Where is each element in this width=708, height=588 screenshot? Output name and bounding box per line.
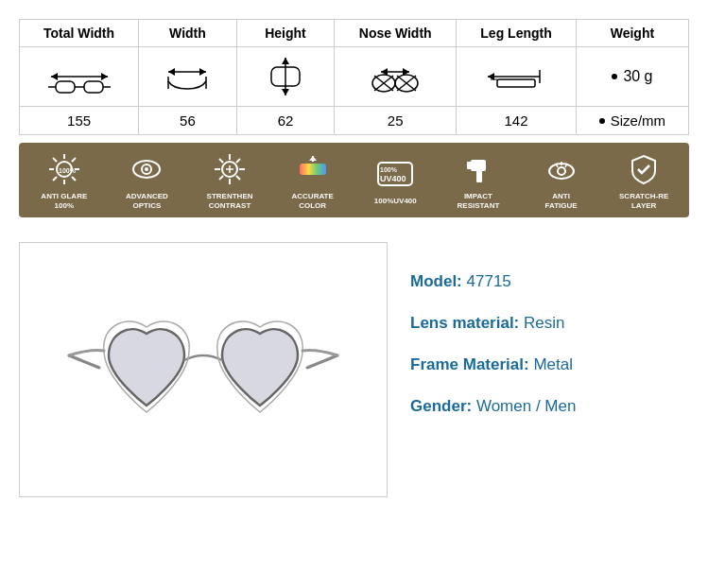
eye-icon <box>128 150 165 188</box>
eye2-icon <box>543 150 580 188</box>
col-header-width: Width <box>139 20 237 47</box>
svg-line-36 <box>53 158 57 162</box>
total-width-value: 155 <box>20 107 139 135</box>
svg-rect-3 <box>56 81 75 93</box>
features-banner: 100% ANTI GLARE100% ADVANCEDOPTICS <box>19 143 689 217</box>
svg-rect-61 <box>476 169 482 182</box>
width-value: 56 <box>139 107 237 135</box>
svg-marker-10 <box>199 68 206 76</box>
svg-rect-63 <box>467 162 475 169</box>
svg-text:100%: 100% <box>380 166 398 173</box>
frame-label: Frame Material: <box>410 355 529 373</box>
svg-line-51 <box>236 159 240 163</box>
svg-line-52 <box>219 176 223 180</box>
svg-rect-4 <box>84 81 103 93</box>
gender-line: Gender: Women / Men <box>410 395 689 418</box>
svg-line-50 <box>236 176 240 180</box>
svg-marker-1 <box>51 73 58 80</box>
feature-accurate-color-label: ACCURATECOLOR <box>292 192 334 210</box>
lens-line: Lens material: Resin <box>410 312 689 335</box>
svg-marker-14 <box>282 58 289 64</box>
leg-length-value: 142 <box>457 107 577 135</box>
col-header-nose-width: Nose Width <box>335 20 457 47</box>
svg-rect-55 <box>300 164 326 175</box>
model-value: 47715 <box>467 272 511 290</box>
frame-value: Metal <box>533 355 573 373</box>
feature-impact-resistant: IMPACTRESISTANT <box>440 150 516 210</box>
uv400-icon: 100% UV400 <box>376 155 414 193</box>
sun2-icon <box>211 150 249 188</box>
sun-icon: 100% <box>45 150 83 188</box>
size-mm-label: Size/mm <box>611 112 665 129</box>
svg-point-65 <box>558 167 565 175</box>
model-line: Model: 47715 <box>410 270 689 293</box>
col-header-height: Height <box>236 20 335 47</box>
col-header-weight: Weight <box>576 20 688 47</box>
total-width-icon-cell <box>20 47 139 107</box>
size-mm-cell: Size/mm <box>576 107 688 135</box>
feature-accurate-color: ACCURATECOLOR <box>275 150 351 210</box>
height-value: 62 <box>236 107 335 135</box>
svg-text:100%: 100% <box>59 167 77 174</box>
svg-marker-15 <box>282 89 289 95</box>
svg-marker-2 <box>101 73 108 80</box>
feature-strengthen-contrast: STRENTHENCONTRAST <box>192 150 268 210</box>
hammer-icon <box>459 150 497 188</box>
weight-icon-cell: 30 g <box>576 47 688 107</box>
feature-anti-glare-label: ANTI GLARE100% <box>41 192 87 210</box>
svg-marker-57 <box>309 156 317 161</box>
svg-line-37 <box>72 177 76 181</box>
width-icon-cell <box>139 47 237 107</box>
svg-marker-9 <box>168 68 175 76</box>
lens-value: Resin <box>524 314 564 332</box>
feature-uv400-label: 100%UV400 <box>374 197 417 206</box>
feature-advanced-optics-label: ADVANCEDOPTICS <box>126 192 168 210</box>
frame-line: Frame Material: Metal <box>410 354 689 376</box>
feature-anti-fatigue: ANTIFATIGUE <box>524 150 599 210</box>
feature-impact-resistant-label: IMPACTRESISTANT <box>458 192 500 210</box>
svg-line-49 <box>219 159 223 163</box>
leg-length-icon-cell <box>457 47 577 107</box>
weight-value: 30 g <box>623 68 652 85</box>
feature-anti-glare: 100% ANTI GLARE100% <box>26 150 102 210</box>
height-icon-cell <box>236 47 335 107</box>
product-section: Model: 47715 Lens material: Resin Frame … <box>19 233 689 507</box>
gender-label: Gender: <box>410 397 472 415</box>
shield-icon <box>625 150 663 188</box>
gradient-icon <box>294 150 332 188</box>
svg-point-64 <box>549 164 574 179</box>
feature-anti-fatigue-label: ANTIFATIGUE <box>545 192 578 210</box>
product-image <box>19 242 388 497</box>
model-label: Model: <box>410 272 462 290</box>
product-info: Model: 47715 Lens material: Resin Frame … <box>410 242 689 436</box>
feature-scratch-resistant-label: SCRATCH-RELAYER <box>619 192 668 210</box>
feature-advanced-optics: ADVANCEDOPTICS <box>109 150 184 210</box>
col-header-total-width: Total Width <box>20 20 139 47</box>
svg-point-43 <box>145 167 148 171</box>
gender-value: Women / Men <box>476 397 577 415</box>
nose-width-value: 25 <box>335 107 457 135</box>
svg-rect-69 <box>52 266 354 474</box>
svg-text:UV400: UV400 <box>380 174 406 183</box>
feature-scratch-resistant: SCRATCH-RELAYER <box>606 150 682 210</box>
feature-strengthen-contrast-label: STRENTHENCONTRAST <box>207 192 253 210</box>
svg-line-39 <box>53 177 57 181</box>
nose-width-icon-cell <box>335 47 457 107</box>
col-header-leg-length: Leg Length <box>457 20 577 47</box>
feature-uv400: 100% UV400 100%UV400 <box>357 155 433 206</box>
svg-line-38 <box>72 158 76 162</box>
specs-table: Total Width Width Height Nose Width Leg … <box>19 19 689 135</box>
lens-label: Lens material: <box>410 314 519 332</box>
svg-rect-29 <box>497 79 535 87</box>
